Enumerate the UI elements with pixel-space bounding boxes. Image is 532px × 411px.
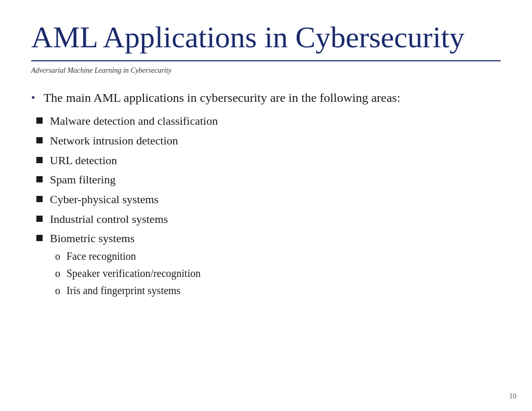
sub-bullet-item: Spam filtering [36,172,501,188]
sub-sub-list: oFace recognitionoSpeaker verification/r… [55,249,201,298]
page-number: 10 [509,392,516,401]
slide-title: AML Applications in Cybersecurity [31,21,501,54]
sub-bullet-marker [36,117,43,124]
sub-bullet-marker [36,196,43,202]
sub-bullet-text: Cyber-physical systems [50,192,158,207]
sub-bullet-marker [36,137,43,143]
sub-sub-bullet-text: Speaker verification/recognition [66,267,201,281]
sub-bullet-text: Network intrusion detection [50,133,178,149]
slide: AML Applications in Cybersecurity Advers… [0,0,532,411]
slide-subtitle: Adversarial Machine Learning in Cybersec… [31,67,501,75]
sub-bullet-text: Industrial control systems [50,211,168,227]
sub-bullet-marker [36,157,43,163]
sub-list: Malware detection and classificationNetw… [36,113,501,301]
main-bullet-dot: • [31,90,35,105]
sub-bullet-text: Biometric systemsoFace recognitionoSpeak… [50,231,201,301]
slide-content: • The main AML applications in cybersecu… [31,89,501,301]
sub-sub-bullet-marker: o [55,284,60,298]
sub-bullet-marker [36,235,43,241]
sub-bullet-item: URL detection [36,153,501,168]
sub-sub-bullet-item: oIris and fingerprint systems [55,284,201,298]
sub-bullet-text: Malware detection and classification [50,113,218,129]
sub-sub-bullet-item: oSpeaker verification/recognition [55,267,201,281]
sub-bullet-item: Cyber-physical systems [36,192,501,207]
sub-bullet-marker [36,216,43,222]
sub-sub-bullet-text: Iris and fingerprint systems [66,284,180,298]
sub-bullet-text: URL detection [50,153,117,168]
main-bullet-text: The main AML applications in cybersecuri… [44,89,401,106]
main-bullet: • The main AML applications in cybersecu… [31,89,501,106]
sub-bullet-marker [36,176,43,182]
sub-sub-bullet-text: Face recognition [66,249,136,263]
title-divider [31,60,501,61]
sub-bullet-item: Malware detection and classification [36,113,501,129]
sub-bullet-item: Network intrusion detection [36,133,501,149]
sub-bullet-item: Biometric systemsoFace recognitionoSpeak… [36,231,501,301]
sub-sub-bullet-item: oFace recognition [55,249,201,263]
sub-sub-bullet-marker: o [55,249,60,263]
sub-bullet-text: Spam filtering [50,172,115,188]
sub-bullet-item: Industrial control systems [36,211,501,227]
sub-sub-bullet-marker: o [55,267,60,281]
